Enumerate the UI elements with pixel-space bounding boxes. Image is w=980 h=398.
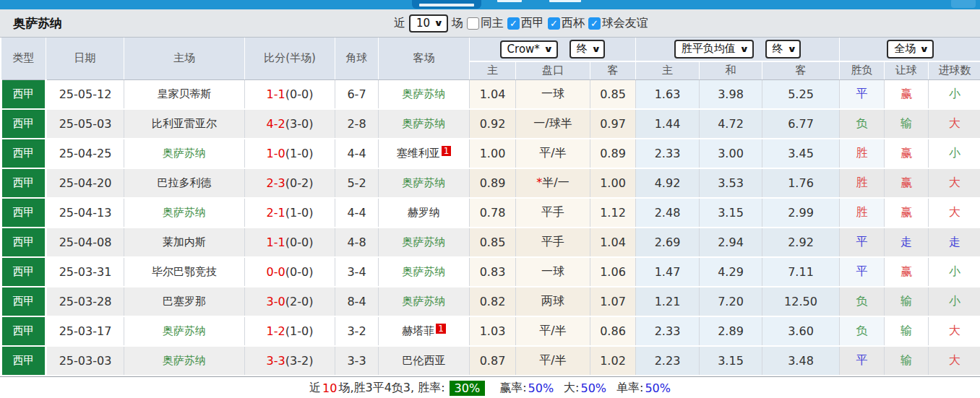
cell-handicap: 平/半 bbox=[516, 139, 590, 168]
cell-corners: 5-2 bbox=[335, 168, 379, 198]
asian-source-select[interactable]: Crow* ∨ bbox=[500, 40, 558, 59]
cell-home-team: 奥萨苏纳 bbox=[124, 198, 245, 228]
col-header-corners: 角球 bbox=[335, 38, 379, 79]
cell-handicap: 两球 bbox=[516, 287, 590, 316]
table-row: 西甲25-03-03奥萨苏纳3-3(3-2)3-3巴伦西亚0.87平/半1.02… bbox=[1, 346, 980, 376]
cell-asian-away-odds: 1.00 bbox=[590, 168, 636, 198]
friendly-checkbox[interactable]: ✓ bbox=[588, 17, 601, 30]
cell-asian-away-odds: 0.86 bbox=[590, 316, 636, 346]
star-marker: * bbox=[536, 176, 542, 189]
cell-asian-home-odds: 0.92 bbox=[470, 109, 516, 139]
filter-bar: 近 10 ∨ 场 同主 ✓ 西甲 ✓ 西杯 ✓ 球会友谊 bbox=[394, 9, 648, 37]
cell-home-team: 奥萨苏纳 bbox=[124, 316, 245, 346]
cell-league: 西甲 bbox=[1, 316, 46, 346]
cell-away-team: 奥萨苏纳 bbox=[379, 79, 470, 109]
cell-euro-draw-odds: 3.15 bbox=[700, 198, 762, 228]
cell-score: 3-3(3-2) bbox=[245, 346, 335, 376]
matches-count-select[interactable]: 10 ∨ bbox=[409, 14, 448, 33]
chevron-down-icon: ∨ bbox=[919, 44, 929, 54]
result-scope-value: 全场 bbox=[894, 42, 916, 56]
copa-checkbox[interactable]: ✓ bbox=[548, 17, 560, 30]
cell-handicap: 平/半 bbox=[516, 346, 590, 376]
same-home-checkbox[interactable] bbox=[467, 17, 479, 30]
cell-result-handicap: 赢 bbox=[885, 79, 929, 109]
cell-date: 25-05-12 bbox=[46, 79, 124, 109]
cell-date: 25-04-13 bbox=[46, 198, 124, 228]
topbar-right-button[interactable] bbox=[951, 0, 976, 8]
cell-league: 西甲 bbox=[1, 287, 46, 316]
page: 奥萨苏纳 近 10 ∨ 场 同主 ✓ 西甲 ✓ 西杯 ✓ 球会友谊 bbox=[0, 0, 980, 398]
chevron-down-icon: ∨ bbox=[787, 44, 796, 54]
cell-result-goals: 小 bbox=[929, 139, 980, 168]
matches-count-value: 10 bbox=[416, 17, 430, 30]
cell-euro-home-odds: 2.69 bbox=[636, 228, 700, 257]
filter-label: 西甲 bbox=[521, 16, 544, 31]
cell-home-team: 奥萨苏纳 bbox=[124, 346, 245, 376]
cell-result-wdl: 负 bbox=[840, 109, 885, 139]
cell-score: 1-2(1-0) bbox=[245, 316, 335, 346]
asian-odds-header: Crow* ∨ 终 ∨ bbox=[470, 38, 636, 61]
cell-euro-draw-odds: 2.94 bbox=[700, 228, 762, 257]
cell-result-goals: 小 bbox=[929, 287, 980, 316]
cell-asian-away-odds: 1.04 bbox=[590, 228, 636, 257]
footer-count: 10 bbox=[322, 381, 337, 395]
table-row: 西甲25-05-03比利亚雷亚尔4-2(3-0)2-8奥萨苏纳0.92一/球半0… bbox=[1, 109, 980, 139]
cell-handicap: 一/球半 bbox=[516, 109, 590, 139]
nav-tab-3[interactable] bbox=[549, 0, 581, 2]
cell-handicap: 平/半 bbox=[516, 316, 590, 346]
cell-euro-away-odds: 12.50 bbox=[762, 287, 840, 316]
top-nav-bar bbox=[0, 0, 980, 9]
clipped-nav-text bbox=[419, 4, 474, 7]
cell-corners: 4-4 bbox=[335, 139, 379, 168]
cell-result-wdl: 负 bbox=[840, 316, 885, 346]
table-body: 西甲25-05-12皇家贝蒂斯1-1(0-0)6-7奥萨苏纳1.04一球0.85… bbox=[1, 79, 980, 376]
cell-euro-home-odds: 1.63 bbox=[636, 79, 700, 109]
cell-result-wdl: 胜 bbox=[840, 198, 885, 228]
result-scope-select[interactable]: 全场 ∨ bbox=[887, 40, 934, 59]
cell-handicap: 平手 bbox=[516, 228, 590, 257]
cell-asian-away-odds: 1.02 bbox=[590, 346, 636, 376]
cell-date: 25-04-08 bbox=[46, 228, 124, 257]
cell-result-goals: 走 bbox=[929, 228, 980, 257]
cell-handicap: 一球 bbox=[516, 79, 590, 109]
cell-euro-home-odds: 4.92 bbox=[636, 168, 700, 198]
cell-away-team: 奥萨苏纳 bbox=[379, 228, 470, 257]
euro-source-value: 胜平负均值 bbox=[682, 42, 736, 56]
cell-euro-draw-odds: 4.72 bbox=[700, 109, 762, 139]
cell-away-team: 奥萨苏纳 bbox=[379, 168, 470, 198]
footer-big-pct: 50% bbox=[580, 381, 606, 395]
euro-time-select[interactable]: 终 ∨ bbox=[765, 40, 801, 59]
cell-euro-away-odds: 6.77 bbox=[762, 109, 840, 139]
cell-euro-home-odds: 2.48 bbox=[636, 198, 700, 228]
euro-source-select[interactable]: 胜平负均值 ∨ bbox=[674, 40, 754, 59]
cell-corners: 2-8 bbox=[335, 109, 379, 139]
cell-asian-away-odds: 0.97 bbox=[590, 109, 636, 139]
cell-result-goals: 小 bbox=[929, 257, 980, 287]
cell-asian-away-odds: 0.85 bbox=[590, 79, 636, 109]
cell-corners: 4-4 bbox=[335, 198, 379, 228]
cell-home-team: 莱加内斯 bbox=[124, 228, 245, 257]
footer-single-pct: 50% bbox=[645, 381, 671, 395]
recent-label: 近 bbox=[394, 16, 405, 31]
cell-away-team: 赫罗纳 bbox=[379, 198, 470, 228]
cell-euro-home-odds: 2.33 bbox=[636, 316, 700, 346]
cell-asian-home-odds: 1.03 bbox=[470, 316, 516, 346]
cell-away-team: 奥萨苏纳 bbox=[379, 287, 470, 316]
laliga-checkbox[interactable]: ✓ bbox=[507, 17, 520, 30]
filter-label: 同主 bbox=[481, 16, 504, 31]
cell-euro-draw-odds: 4.29 bbox=[700, 257, 762, 287]
cell-league: 西甲 bbox=[1, 79, 46, 109]
asian-time-select[interactable]: 终 ∨ bbox=[569, 40, 606, 59]
cell-result-wdl: 平 bbox=[840, 228, 885, 257]
nav-active-tab[interactable] bbox=[412, 0, 481, 9]
nav-tab-2[interactable] bbox=[497, 0, 522, 2]
cell-result-handicap: 输 bbox=[885, 109, 929, 139]
filter-label: 西杯 bbox=[562, 16, 585, 31]
cell-date: 25-03-28 bbox=[46, 287, 124, 316]
cell-league: 西甲 bbox=[1, 257, 46, 287]
cell-asian-home-odds: 0.89 bbox=[470, 168, 516, 198]
cell-home-team: 比利亚雷亚尔 bbox=[124, 109, 245, 139]
cell-score: 1-1(0-0) bbox=[245, 228, 335, 257]
cell-away-team: 赫塔菲1 bbox=[379, 316, 470, 346]
cell-league: 西甲 bbox=[1, 139, 46, 168]
